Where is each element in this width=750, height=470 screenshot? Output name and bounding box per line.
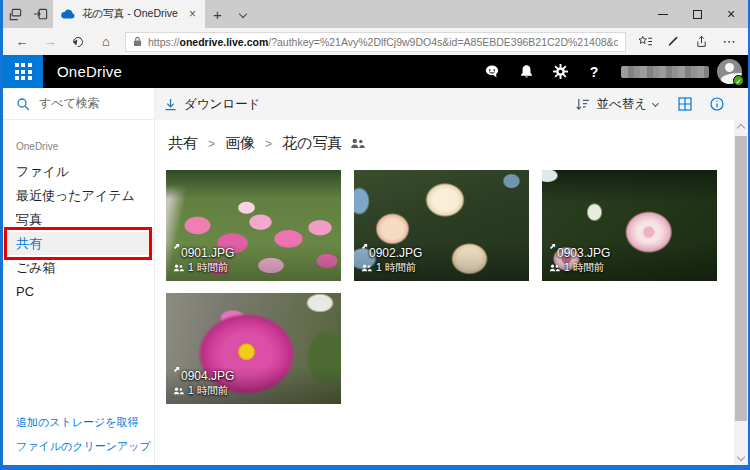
vertical-scrollbar[interactable]: [734, 120, 748, 465]
shared-people-icon: [350, 138, 365, 149]
bell-icon: [519, 64, 534, 79]
share-button[interactable]: [688, 30, 714, 54]
shortcut-arrow-icon: [173, 366, 180, 373]
sidebar-item-shared[interactable]: 共有: [3, 232, 154, 255]
breadcrumb-current-folder[interactable]: 花の写真: [282, 134, 342, 153]
minimize-icon: [658, 14, 668, 15]
settings-button[interactable]: [543, 55, 577, 88]
tab-list-dropdown-button[interactable]: [230, 0, 255, 28]
file-name: 0904.JPG: [181, 369, 234, 383]
file-tile-0904[interactable]: 0904.JPG 1 時間前: [166, 293, 341, 404]
sort-icon: [575, 98, 590, 111]
set-aside-tabs-icon: [8, 7, 23, 22]
hub-star-icon: [638, 35, 653, 48]
breadcrumb-separator: >: [208, 137, 215, 151]
sort-button[interactable]: 並べ替え: [575, 96, 658, 113]
file-modified: 1 時間前: [376, 261, 416, 275]
shortcut-arrow-icon: [549, 243, 556, 250]
feedback-button[interactable]: [475, 55, 509, 88]
more-options-button[interactable]: ⋯: [716, 30, 742, 54]
show-set-aside-tabs-icon: [33, 7, 48, 22]
sidebar-item-recent[interactable]: 最近使ったアイテム: [3, 184, 154, 207]
shared-people-icon: [361, 264, 372, 272]
tab-title: 花の写真 - OneDrive: [82, 7, 181, 21]
new-tab-button[interactable]: +: [205, 0, 230, 28]
app-launcher-button[interactable]: [3, 55, 43, 88]
tile-label-overlay: 0903.JPG 1 時間前: [542, 243, 717, 281]
info-pane-button[interactable]: [710, 97, 724, 111]
file-tile-0901[interactable]: 0901.JPG 1 時間前: [166, 170, 341, 281]
avatar[interactable]: ✓: [717, 59, 742, 84]
browser-navbar: ← → ⌂ https://onedrive.live.com/?authkey…: [3, 28, 748, 55]
notifications-button[interactable]: [509, 55, 543, 88]
shortcut-arrow-icon: [361, 243, 368, 250]
browser-window: 花の写真 - OneDrive × + × ← → ⌂ https://oned…: [0, 0, 750, 470]
tile-label-overlay: 0904.JPG 1 時間前: [166, 366, 341, 404]
sidebar-item-recyclebin[interactable]: ごみ箱: [3, 256, 154, 279]
tabbar-spacer: [255, 0, 646, 28]
file-tile-0903[interactable]: 0903.JPG 1 時間前: [542, 170, 717, 281]
address-bar[interactable]: https://onedrive.live.com/?authkey=%21Av…: [125, 32, 626, 52]
sort-label: 並べ替え: [596, 96, 647, 113]
window-maximize-button[interactable]: [680, 0, 714, 28]
scrollbar-up-arrow[interactable]: [737, 124, 745, 132]
content-area: ダウンロード 並べ替え: [155, 88, 748, 465]
file-cleanup-link[interactable]: ファイルのクリーンアップ: [16, 434, 151, 458]
back-button[interactable]: ←: [9, 30, 35, 54]
forward-button[interactable]: →: [37, 30, 63, 54]
sidebar-item-shared-label: 共有: [16, 236, 42, 251]
close-icon: ×: [727, 7, 735, 21]
file-name: 0902.JPG: [369, 246, 422, 260]
window-close-button[interactable]: ×: [714, 0, 748, 28]
waffle-icon: [15, 63, 19, 67]
refresh-button[interactable]: [65, 30, 91, 54]
scrollbar-down-arrow[interactable]: [737, 453, 745, 461]
breadcrumb-pictures[interactable]: 画像: [225, 134, 255, 153]
tile-label-overlay: 0902.JPG 1 時間前: [354, 243, 529, 281]
main-area: すべて検索 OneDrive ファイル 最近使ったアイテム 写真 共有 ごみ箱 …: [3, 88, 748, 465]
chevron-down-icon: [238, 10, 246, 18]
maximize-icon: [693, 10, 702, 19]
web-note-button[interactable]: [660, 30, 686, 54]
shared-people-icon: [549, 264, 560, 272]
get-more-storage-link[interactable]: 追加のストレージを取得: [16, 410, 151, 434]
sidebar: すべて検索 OneDrive ファイル 最近使ったアイテム 写真 共有 ごみ箱 …: [3, 88, 155, 465]
file-name: 0903.JPG: [557, 246, 610, 260]
browser-tab-active[interactable]: 花の写真 - OneDrive ×: [53, 0, 205, 28]
lock-icon: [133, 36, 142, 47]
view-options-button[interactable]: [678, 97, 692, 111]
tile-label-overlay: 0901.JPG 1 時間前: [166, 243, 341, 281]
presence-status-badge: ✓: [733, 75, 744, 86]
file-tile-0902[interactable]: 0902.JPG 1 時間前: [354, 170, 529, 281]
photo-grid: 0901.JPG 1 時間前 0902.JPG: [166, 170, 724, 404]
sidebar-item-pc[interactable]: PC: [3, 280, 154, 303]
sidebar-item-files[interactable]: ファイル: [3, 160, 154, 183]
sidebar-footer: 追加のストレージを取得 ファイルのクリーンアップ: [16, 410, 151, 458]
onedrive-cloud-icon: [60, 9, 76, 19]
app-title: OneDrive: [57, 63, 122, 80]
window-minimize-button[interactable]: [646, 0, 680, 28]
url-text: https://onedrive.live.com/?authkey=%21Av…: [148, 36, 618, 48]
gear-icon: [553, 64, 568, 79]
breadcrumb-shared[interactable]: 共有: [168, 134, 198, 153]
files-view: 共有 > 画像 > 花の写真 0901.JPG: [155, 120, 748, 465]
tab-bar: 花の写真 - OneDrive × + ×: [3, 0, 748, 28]
sidebar-group-label: OneDrive: [16, 141, 154, 152]
search-icon: [16, 97, 30, 111]
url-scheme: https://: [148, 36, 180, 48]
shortcut-arrow-icon: [173, 243, 180, 250]
url-domain: onedrive.live.com: [180, 36, 269, 48]
tab-close-button[interactable]: ×: [187, 7, 198, 21]
show-set-aside-tabs-button[interactable]: [28, 0, 53, 28]
url-path: /?authkey=%21Avy%2DlfCj9w9DO4s&id=A85EBD…: [268, 36, 618, 48]
set-aside-tabs-button[interactable]: [3, 0, 28, 28]
favorites-hub-button[interactable]: [632, 30, 658, 54]
home-button[interactable]: ⌂: [93, 30, 119, 54]
file-modified: 1 時間前: [188, 261, 228, 275]
download-button[interactable]: ダウンロード: [164, 96, 260, 113]
download-label: ダウンロード: [184, 96, 260, 113]
scrollbar-thumb[interactable]: [735, 136, 747, 421]
search-box[interactable]: すべて検索: [3, 88, 154, 120]
help-button[interactable]: ?: [577, 55, 611, 88]
sidebar-item-photos[interactable]: 写真: [3, 208, 154, 231]
